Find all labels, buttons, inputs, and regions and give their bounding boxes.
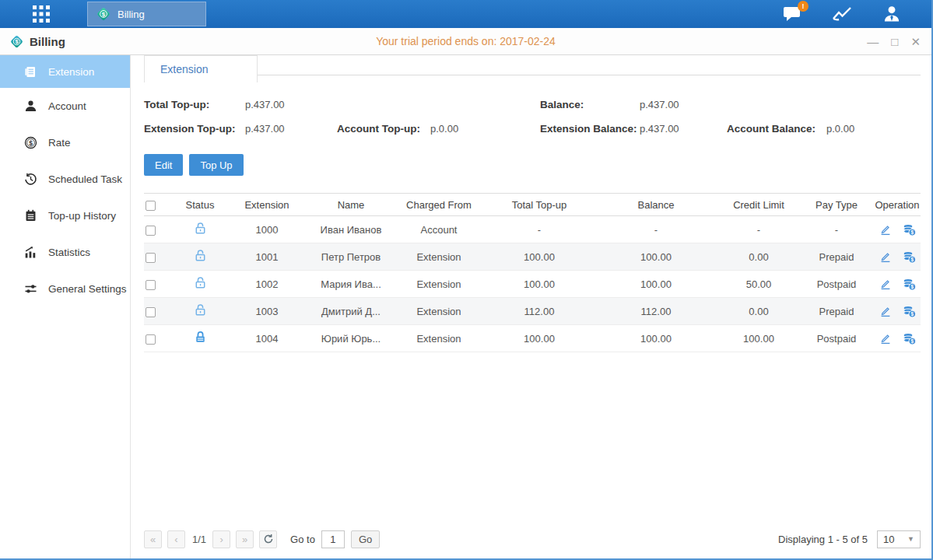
sidebar-item-rate[interactable]: $ Rate [0,124,130,161]
reports-button[interactable] [830,2,854,26]
account-icon [23,100,37,114]
sidebar-item-extension[interactable]: Extension [0,55,130,88]
cell-pay-type: Postpaid [802,278,871,290]
goto-page-input[interactable] [321,530,345,548]
topup-row-icon[interactable]: $ [903,332,916,345]
sidebar-item-statistics[interactable]: Statistics [0,234,130,271]
row-checkbox[interactable] [146,307,156,317]
cell-pay-type: - [802,224,871,236]
col-status: Status [172,199,228,211]
cell-pay-type: Postpaid [802,333,871,345]
total-topup-value: р.437.00 [245,99,285,110]
cell-name: Иван Иванов [306,224,396,236]
table-row: 1000 Иван Иванов Account - - - - $ [144,216,921,243]
topup-row-icon[interactable]: $ [903,305,916,318]
extension-topup-value: р.437.00 [245,123,337,135]
topup-row-icon[interactable]: $ [903,278,916,291]
tab-extension[interactable]: Extension [144,55,258,82]
next-page-button[interactable]: › [212,530,230,548]
sidebar-item-general-settings[interactable]: General Settings [0,271,130,307]
edit-button[interactable]: Edit [144,154,183,176]
line-chart-icon [832,6,852,22]
table-row: 1001 Петр Петров Extension 100.00 100.00… [144,243,921,271]
cell-credit-limit: 0.00 [715,251,802,263]
cell-total-topup: 100.00 [482,278,597,290]
topup-row-icon[interactable]: $ [903,223,916,236]
taskbar-billing-tab[interactable]: $ Billing [87,2,206,26]
row-checkbox[interactable] [146,280,156,290]
cell-name: Дмитрий Д... [306,306,396,317]
cell-balance: 100.00 [597,251,715,263]
edit-row-icon[interactable] [879,305,892,317]
trial-notice: Your trial period ends on: 2017-02-24 [0,35,931,47]
go-button[interactable]: Go [351,530,380,548]
statistics-icon [23,246,37,260]
grid-icon [31,4,51,24]
extensions-table: Status Extension Name Charged From Total… [144,193,921,352]
sidebar-item-scheduled-task[interactable]: Scheduled Task [0,161,130,198]
cell-extension: 1003 [228,306,306,317]
tab-strip-divider [258,75,921,75]
col-name: Name [306,199,396,211]
sidebar-item-topup-history[interactable]: Top-up History [0,198,130,234]
account-balance-value: р.0.00 [826,123,854,135]
col-total-topup: Total Top-up [482,199,597,211]
cell-total-topup: 100.00 [482,333,597,345]
table-row: 1003 Дмитрий Д... Extension 112.00 112.0… [144,298,921,325]
last-page-button[interactable]: » [236,530,254,548]
user-menu-button[interactable] [880,2,903,26]
status-lock-icon [172,303,228,319]
window-titlebar: $ Billing Your trial period ends on: 201… [0,28,931,55]
cell-total-topup: 112.00 [482,306,597,317]
col-credit-limit: Credit Limit [715,199,802,211]
svg-text:$: $ [910,229,914,236]
topup-button[interactable]: Top Up [189,154,243,176]
notification-badge: ! [798,1,808,12]
sidebar-item-account[interactable]: Account [0,88,130,124]
total-topup-label: Total Top-up: [144,99,245,110]
balance-summary: Total Top-up: р.437.00 Extension Top-up:… [144,93,921,141]
edit-row-icon[interactable] [879,223,892,236]
minimize-button[interactable]: — [867,36,879,47]
edit-row-icon[interactable] [879,332,892,345]
page-size-value: 10 [883,534,894,545]
extension-topup-label: Extension Top-up: [144,123,245,135]
svg-text:$: $ [102,11,106,18]
row-checkbox[interactable] [146,253,156,263]
cell-name: Петр Петров [306,251,396,263]
extension-icon [23,65,37,79]
prev-page-button[interactable]: ‹ [167,530,185,548]
topup-history-icon [23,209,37,223]
user-icon [882,5,901,23]
displaying-info: Displaying 1 - 5 of 5 [778,534,868,545]
select-all-checkbox[interactable] [146,201,156,211]
general-settings-icon [23,282,37,296]
cell-extension: 1001 [228,251,306,263]
scheduled-task-icon [23,173,37,187]
main-content: Extension Total Top-up: р.437.00 Extensi… [131,55,931,558]
edit-row-icon[interactable] [879,250,892,263]
cell-name: Юрий Юрь... [306,333,396,345]
cell-charged-from: Extension [396,278,482,290]
app-grid-icon[interactable] [26,2,57,26]
cell-total-topup: 100.00 [482,251,597,263]
extension-balance-value: р.437.00 [640,123,727,135]
refresh-button[interactable] [259,530,277,548]
cell-balance: 100.00 [597,278,715,290]
row-checkbox[interactable] [146,334,156,345]
cell-charged-from: Extension [396,333,482,345]
edit-row-icon[interactable] [879,278,892,290]
window-title: Billing [30,35,65,48]
messages-button[interactable]: ! [780,2,804,26]
sidebar-item-label: General Settings [48,283,127,295]
topup-row-icon[interactable]: $ [903,250,916,264]
account-topup-value: р.0.00 [430,123,458,135]
status-lock-icon [172,222,228,237]
col-operation: Operation [871,199,924,211]
first-page-button[interactable]: « [144,530,162,548]
row-checkbox[interactable] [146,226,156,236]
page-size-select[interactable]: 10 ▼ [877,530,921,548]
close-button[interactable]: ✕ [910,36,921,47]
maximize-button[interactable]: □ [891,36,898,47]
cell-credit-limit: 50.00 [715,278,802,290]
